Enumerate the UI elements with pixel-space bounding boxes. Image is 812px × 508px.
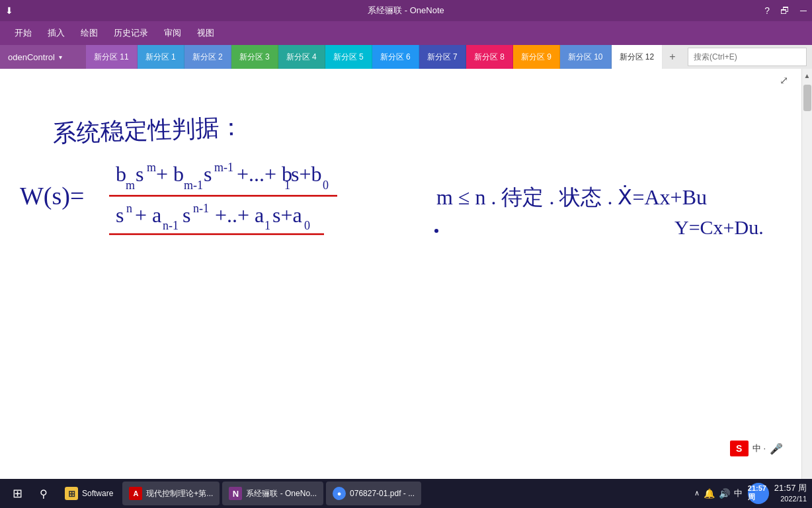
window-icon[interactable]: ⬇ (5, 5, 13, 16)
system-tray-icons: ∧ 🔔 🔊 中 (694, 487, 743, 499)
section-tab-10[interactable]: 新分区 9 (513, 45, 560, 69)
onenote-app-label: 系经骊联 - OneNo... (246, 488, 317, 499)
svg-point-28 (434, 229, 438, 233)
svg-text:W(s)=: W(s)= (20, 182, 84, 210)
menu-item-审阅[interactable]: 审阅 (157, 24, 188, 42)
software-app-icon: ⊞ (65, 487, 78, 500)
taskbar: ⊞ ⚲ ⊞ Software A 现代控制理论+第... N 系经骊联 - On… (0, 479, 812, 508)
notification-icon[interactable]: 🔔 (704, 488, 715, 499)
svg-text:+..+ a: +..+ a (215, 203, 264, 227)
section-tab-5[interactable]: 新分区 4 (278, 45, 325, 69)
section-tab-9[interactable]: 新分区 8 (466, 45, 513, 69)
menu-item-历史记录[interactable]: 历史记录 (107, 24, 155, 42)
scroll-up-arrow[interactable]: ▲ (802, 69, 812, 82)
svg-text:系统稳定性判据：: 系统稳定性判据： (52, 114, 243, 147)
titlebar: ⬇ 系经骊联 - OneNote ? 🗗 ─ (0, 0, 812, 21)
handwritten-content: 系统稳定性判据： W(s)= b m s m + b m-1 s m-1 +..… (0, 69, 780, 466)
ime-indicator: S 中 · 🎤 (725, 438, 788, 459)
ime-lang-icon[interactable]: 中 (734, 487, 743, 499)
menu-item-视图[interactable]: 视图 (190, 24, 221, 42)
search-box[interactable] (688, 48, 807, 66)
menu-item-绘图[interactable]: 绘图 (74, 24, 104, 42)
menu-item-插入[interactable]: 插入 (41, 24, 71, 42)
section-tab-6[interactable]: 新分区 5 (325, 45, 372, 69)
chrome-app-icon: ● (333, 487, 346, 500)
svg-text:s+a: s+a (272, 203, 302, 227)
svg-text:s: s (136, 162, 143, 186)
taskbar-app-pdf[interactable]: A 现代控制理论+第... (122, 482, 220, 505)
svg-text:n: n (126, 202, 132, 215)
help-button[interactable]: ? (764, 5, 770, 16)
svg-text:+ a: + a (135, 203, 161, 227)
taskbar-app-onenote[interactable]: N 系经骊联 - OneNo... (222, 482, 323, 505)
window-controls: ? 🗗 ─ (764, 5, 807, 16)
clock-time: 21:57 周 (774, 482, 807, 494)
clock-date: 2022/11 (774, 494, 807, 504)
section-tab-2[interactable]: 新分区 1 (138, 45, 184, 69)
svg-text:0: 0 (304, 219, 310, 232)
chrome-app-label: 076827-01.pdf - ... (350, 489, 415, 498)
software-app-label: Software (82, 489, 113, 498)
window-title: 系经骊联 - OneNote (368, 5, 444, 17)
taskbar-app-chrome[interactable]: ● 076827-01.pdf - ... (326, 482, 421, 505)
svg-text:m: m (147, 161, 156, 174)
canvas-area[interactable]: ⤢ 系统稳定性判据： W(s)= b m s m + b m-1 s m-1 +… (0, 69, 801, 479)
svg-text:1: 1 (284, 179, 290, 192)
scrollbar[interactable]: ▲ (801, 69, 812, 479)
svg-text:m: m (126, 179, 135, 192)
chevron-down-icon: ▾ (59, 54, 62, 61)
notebook-selector[interactable]: odenControl ▾ (0, 45, 86, 69)
section-tab-7[interactable]: 新分区 6 (372, 45, 419, 69)
svg-text:n-1: n-1 (163, 219, 179, 232)
section-tab-3[interactable]: 新分区 2 (184, 45, 231, 69)
section-tab-1[interactable]: 新分区 11 (86, 45, 138, 69)
search-input[interactable] (694, 52, 786, 62)
expand-icon[interactable]: ⤢ (780, 74, 788, 87)
svg-text:s: s (116, 203, 124, 227)
ime-text: 中 · (752, 443, 766, 454)
svg-text:m-1: m-1 (214, 161, 233, 174)
section-tab-8[interactable]: 新分区 7 (419, 45, 466, 69)
svg-text:s: s (183, 203, 190, 227)
ime-mic-icon[interactable]: 🎤 (770, 443, 783, 455)
taskbar-app-software[interactable]: ⊞ Software (58, 482, 120, 505)
notification-circle[interactable]: 21:57 周 (748, 483, 769, 504)
menubar: 开始插入绘图历史记录审阅视图 (0, 21, 812, 45)
pdf-app-label: 现代控制理论+第... (146, 488, 213, 499)
onenote-app-icon: N (229, 487, 242, 500)
restore-button[interactable]: 🗗 (780, 5, 790, 16)
ime-logo: S (730, 441, 749, 456)
svg-text:0: 0 (323, 179, 329, 192)
svg-text:n-1: n-1 (193, 202, 209, 215)
taskbar-right: ∧ 🔔 🔊 中 21:57 周 21:57 周 2022/11 (694, 482, 807, 505)
section-tab-4[interactable]: 新分区 3 (231, 45, 278, 69)
chevron-up-icon[interactable]: ∧ (694, 489, 700, 497)
svg-text:s+b: s+b (291, 162, 322, 186)
volume-icon[interactable]: 🔊 (719, 488, 730, 499)
tabs-bar: odenControl ▾ 新分区 11新分区 1新分区 2新分区 3新分区 4… (0, 45, 812, 69)
svg-text:1: 1 (264, 219, 270, 232)
section-tab-11[interactable]: 新分区 10 (560, 45, 612, 69)
notebook-name: odenControl (8, 52, 55, 62)
add-section-button[interactable]: + (663, 45, 682, 69)
svg-text:Y=Cx+Du.: Y=Cx+Du. (674, 216, 764, 238)
minimize-button[interactable]: ─ (800, 5, 807, 16)
svg-text:s: s (204, 162, 212, 186)
start-button[interactable]: ⊞ (5, 482, 29, 505)
pdf-app-icon: A (129, 487, 142, 500)
svg-text:+ b: + b (156, 162, 184, 186)
svg-text:m ≤ n .  待定 .  状态 .  Ẋ=Ax+Bu: m ≤ n . 待定 . 状态 . Ẋ=Ax+Bu (436, 185, 707, 209)
section-tab-12[interactable]: 新分区 12 (612, 45, 663, 69)
menu-item-开始[interactable]: 开始 (8, 24, 38, 42)
svg-text:m-1: m-1 (184, 179, 203, 192)
svg-text:b: b (116, 162, 126, 186)
main-content: ⤢ 系统稳定性判据： W(s)= b m s m + b m-1 s m-1 +… (0, 69, 812, 479)
scroll-thumb[interactable] (803, 85, 811, 111)
taskbar-search-button[interactable]: ⚲ (32, 482, 56, 505)
clock: 21:57 周 2022/11 (774, 482, 807, 505)
